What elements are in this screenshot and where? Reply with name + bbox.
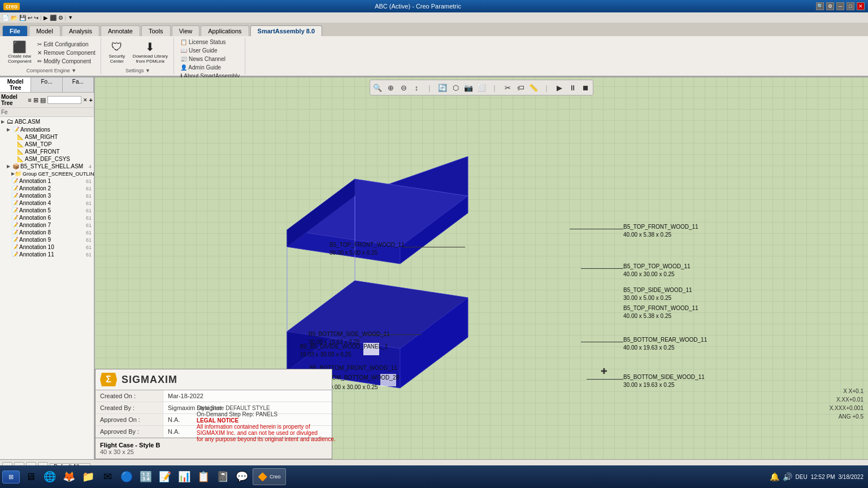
notification-icon[interactable]: 🔔	[770, 472, 779, 481]
taskbar-firefox-icon[interactable]: 🦊	[60, 468, 77, 485]
settings-icon[interactable]: ⚙	[58, 15, 63, 21]
taskbar-folder-icon[interactable]: 📁	[80, 468, 97, 485]
open-file-icon[interactable]: 📂	[11, 15, 18, 21]
edit-configuration-button[interactable]: ✂ Edit Configuration	[36, 41, 97, 48]
tree-item-annotation-5[interactable]: 📝 Annotation 5 61	[0, 207, 94, 214]
volume-icon[interactable]: 🔊	[783, 472, 792, 481]
tree-filter-icon[interactable]: ▤	[40, 97, 46, 104]
taskbar-desktop-icon[interactable]: 🖥	[22, 468, 39, 485]
tab-model-tree[interactable]: Model Tree	[0, 77, 31, 92]
save-icon[interactable]: 💾	[19, 15, 26, 21]
tree-item-annotation-3[interactable]: 📝 Annotation 3 61	[0, 192, 94, 199]
tab-tools[interactable]: Tools	[141, 25, 171, 36]
taskbar-browser-icon[interactable]: 🌐	[41, 468, 58, 485]
license-status-button[interactable]: 📋 License Status	[179, 38, 241, 46]
stop-animation-button[interactable]: ⏹	[579, 81, 592, 94]
tab-view[interactable]: View	[172, 25, 200, 36]
pause-animation-button[interactable]: ⏸	[566, 81, 579, 94]
undo-icon[interactable]: ↩	[28, 15, 32, 21]
admin-guide-button[interactable]: 👤 Admin Guide	[179, 64, 241, 71]
stop-icon[interactable]: ⬛	[50, 15, 57, 21]
minimize-button[interactable]: ─	[836, 2, 844, 10]
new-file-icon[interactable]: 📄	[2, 15, 9, 21]
taskbar-edge-icon[interactable]: 🔵	[118, 468, 135, 485]
language-indicator[interactable]: DEU	[796, 474, 808, 480]
start-button[interactable]: ⊞	[2, 470, 20, 483]
security-center-button[interactable]: 🛡 SecurityCenter	[106, 40, 128, 65]
camera-button[interactable]: 📷	[462, 81, 475, 94]
tree-clear-search-icon[interactable]: ✕	[83, 97, 88, 103]
product-size: 40 x 30 x 25	[100, 448, 327, 455]
pan-button[interactable]: ↕	[410, 81, 423, 94]
play-icon[interactable]: ▶	[44, 15, 48, 21]
measure-button[interactable]: 📏	[527, 81, 540, 94]
tree-item-annotation-9[interactable]: 📝 Annotation 9 61	[0, 236, 94, 243]
create-new-component-button[interactable]: ⬛ Create newComponent	[6, 40, 33, 65]
tree-search-input[interactable]	[47, 96, 81, 104]
remove-component-button[interactable]: ✕ Remove Component	[36, 49, 97, 56]
news-channel-button[interactable]: 📰 News Channel	[179, 55, 241, 63]
tree-item-annotation-2[interactable]: 📝 Annotation 2 61	[0, 185, 94, 192]
redo-icon[interactable]: ↪	[34, 15, 38, 21]
taskbar-calc-icon[interactable]: 🔢	[137, 468, 154, 485]
tab-smartassembly[interactable]: SmartAssembly 8.0	[250, 25, 323, 36]
tree-item-group-get[interactable]: ▶ 📁 Group GET_SCREEN_OUTLIN 60	[0, 170, 94, 177]
download-library-button[interactable]: ⬇ Download Libraryfrom PDMLink	[131, 40, 170, 65]
tab-applications[interactable]: Applications	[201, 25, 249, 36]
tab-file[interactable]: File	[2, 25, 28, 36]
taskbar-creo-app[interactable]: 🔶 Creo	[253, 468, 286, 485]
legal-notice-text3: for any purpose beyond its original inte…	[197, 436, 336, 442]
taskbar-mail-icon[interactable]: ✉	[99, 468, 116, 485]
zoom-fit-button[interactable]: 🔍	[371, 81, 384, 94]
tab-analysis[interactable]: Analysis	[62, 25, 99, 36]
tree-item-annotation-11[interactable]: 📝 Annotation 11 61	[0, 251, 94, 258]
tree-item-abc-asm[interactable]: ▶ 🗂 ABC.ASM	[0, 117, 94, 126]
play-animation-button[interactable]: ▶	[553, 81, 566, 94]
tree-item-asm-front[interactable]: 📐 ASM_FRONT	[0, 148, 94, 155]
maximize-button[interactable]: □	[847, 2, 854, 10]
tree-menu-icon[interactable]: ≡	[28, 97, 31, 103]
viewport[interactable]: 🔍 ⊕ ⊖ ↕ | 🔄 ⬡ 📷 ⬜ | ✂ 🏷 📏 | ▶ ⏸ ⏹	[95, 77, 868, 459]
b5-top-side-right-dims: 30.00 x 5.00 x 0.25	[623, 295, 671, 301]
user-guide-button[interactable]: 📖 User Guide	[179, 47, 241, 54]
tree-item-asm-top[interactable]: 📐 ASM_TOP	[0, 141, 94, 148]
taskbar-word-icon[interactable]: 📝	[157, 468, 173, 485]
search-icon[interactable]: 🔍	[816, 2, 824, 10]
b5-top-front-right2-dims: 40.00 x 5.38 x 0.25	[623, 313, 671, 319]
tree-item-asm-right[interactable]: 📐 ASM_RIGHT	[0, 133, 94, 141]
tree-item-b5-style-shell[interactable]: ▶ 📦 B5_STYLE_SHELL.ASM 4	[0, 163, 94, 170]
tree-item-annotation-8[interactable]: 📝 Annotation 8 61	[0, 229, 94, 236]
asm-right-icon: 📐	[17, 134, 24, 140]
modify-component-button[interactable]: ✏ Modify Component	[36, 58, 97, 65]
tab-folders[interactable]: Fo...	[31, 77, 62, 92]
tree-item-annotation-7[interactable]: 📝 Annotation 7 61	[0, 221, 94, 229]
ann11-label: Annotation 11	[19, 251, 54, 258]
zoom-out-button[interactable]: ⊖	[397, 81, 410, 94]
display-mode-button[interactable]: ⬜	[475, 81, 488, 94]
tab-annotate[interactable]: Annotate	[101, 25, 140, 36]
rotate-button[interactable]: 🔄	[436, 81, 449, 94]
section-button[interactable]: ✂	[501, 81, 514, 94]
tree-item-asm-def-csys[interactable]: 📐 ASM_DEF_CSYS	[0, 155, 94, 163]
zoom-in-button[interactable]: ⊕	[384, 81, 397, 94]
view-orientation-button[interactable]: ⬡	[449, 81, 462, 94]
tab-favorites[interactable]: Fa...	[63, 77, 94, 92]
tree-item-annotation-4[interactable]: 📝 Annotation 4 61	[0, 199, 94, 207]
tree-item-annotations[interactable]: ▶ 📝 Annotations	[0, 126, 94, 133]
tree-item-annotation-1[interactable]: 📝 Annotation 1 61	[0, 177, 94, 185]
tree-expand-icon[interactable]: ⊞	[33, 97, 38, 104]
tree-item-annotation-6[interactable]: 📝 Annotation 6 61	[0, 214, 94, 221]
tree-add-icon[interactable]: +	[89, 97, 93, 103]
extra-icon[interactable]: ▼	[68, 15, 73, 20]
annotation-display-button[interactable]: 🏷	[514, 81, 527, 94]
close-button[interactable]: ✕	[857, 2, 865, 10]
tree-item-annotation-10[interactable]: 📝 Annotation 10 61	[0, 243, 94, 251]
taskbar-excel-icon[interactable]: 📊	[176, 468, 193, 485]
tab-model[interactable]: Model	[29, 25, 60, 36]
taskbar-ppt-icon[interactable]: 📋	[195, 468, 212, 485]
security-icon: 🛡	[111, 41, 123, 53]
annotation-bottom-bottom-dims: 40.00 x 30.00 x 0.25	[327, 384, 378, 391]
taskbar-teams-icon[interactable]: 💬	[233, 468, 250, 485]
taskbar-onenote-icon[interactable]: 📓	[214, 468, 231, 485]
settings-icon[interactable]: ⚙	[826, 2, 834, 10]
